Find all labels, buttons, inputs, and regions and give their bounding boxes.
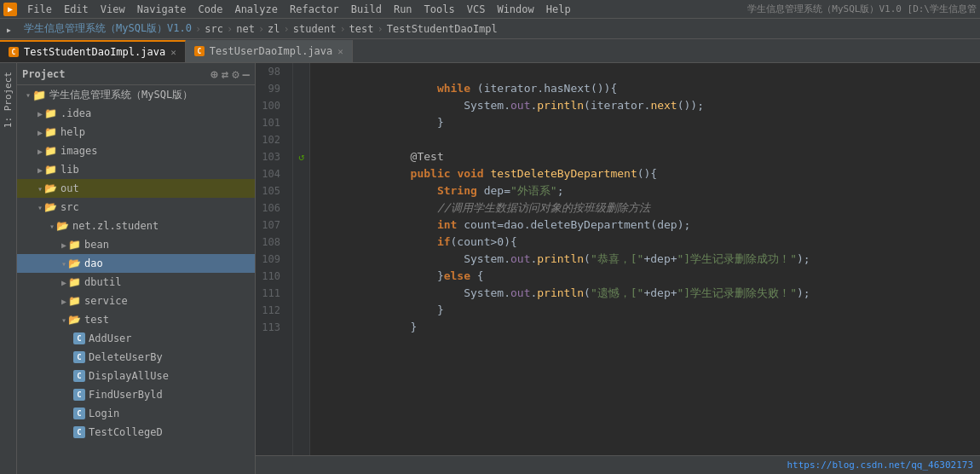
file-deleteuserby-icon: C: [73, 351, 85, 363]
sidebar-label-testcolleged: TestCollegeD: [89, 426, 163, 438]
sidebar-item-dbutil[interactable]: ▶ 📁 dbutil: [17, 273, 255, 292]
gutter-110: [293, 268, 309, 285]
gutter-112: [293, 302, 309, 319]
folder-lib-icon: 📁: [44, 164, 57, 176]
sidebar-item-service[interactable]: ▶ 📁 service: [17, 292, 255, 310]
sidebar-label-login: Login: [89, 408, 119, 419]
folder-dao-icon: 📂: [68, 257, 81, 269]
menu-window[interactable]: Window: [492, 2, 539, 17]
folder-bean-icon: 📁: [68, 239, 81, 251]
sidebar-item-idea[interactable]: ▶ 📁 .idea: [17, 104, 255, 123]
line-num-106: 106: [256, 199, 285, 217]
line-num-109: 109: [256, 251, 285, 268]
status-bar: https://blog.csdn.net/qq_46302173: [256, 455, 980, 474]
breadcrumb-file[interactable]: TestStudentDaoImpl: [387, 23, 498, 35]
menu-build[interactable]: Build: [346, 2, 387, 17]
sidebar-item-bean[interactable]: ▶ 📁 bean: [17, 235, 255, 254]
chevron-down-dao-icon: ▾: [61, 259, 66, 269]
menu-edit[interactable]: Edit: [59, 2, 94, 17]
sidebar-item-finduserbyld[interactable]: C FindUserByld: [17, 385, 255, 404]
vtab-project[interactable]: 1: Project: [1, 66, 15, 133]
line-num-110: 110: [256, 268, 285, 285]
tab-icon-2: C: [194, 46, 205, 56]
app-icon-symbol: ▶: [8, 4, 13, 14]
breadcrumb-bar: ▶ 学生信息管理系统（MySQL版）V1.0 › src › net › zl …: [0, 19, 980, 39]
chevron-right-lib-icon: ▶: [37, 165, 43, 175]
folder-src-icon: 📂: [44, 201, 57, 213]
folder-out-icon: 📂: [44, 182, 57, 194]
sidebar-item-images[interactable]: ▶ 📁 images: [17, 142, 255, 160]
window-title: 学生信息管理系统（MySQL版）V1.0 [D:\学生信息管: [747, 3, 977, 15]
sidebar-label-test: test: [84, 314, 109, 326]
breadcrumb-student[interactable]: student: [293, 23, 337, 35]
sidebar-label-displayalluse: DisplayAllUse: [89, 370, 169, 382]
gutter-108: [293, 234, 309, 251]
menu-navigate[interactable]: Navigate: [132, 2, 192, 17]
app-icon: ▶: [3, 3, 17, 16]
breadcrumb-net[interactable]: net: [236, 23, 255, 35]
file-login-icon: C: [73, 408, 85, 419]
code-content[interactable]: while (iterator.hasNext()){ System.out.p…: [310, 63, 980, 455]
sidebar-item-adduser[interactable]: C AddUser: [17, 329, 255, 348]
sidebar-minimize-btn[interactable]: –: [243, 67, 250, 81]
gutter-103[interactable]: ↺: [293, 148, 309, 165]
folder-test-icon: 📂: [68, 314, 81, 326]
sidebar-item-displayalluse[interactable]: C DisplayAllUse: [17, 367, 255, 385]
sidebar-label-adduser: AddUser: [89, 332, 132, 344]
sidebar-item-testcolleged[interactable]: C TestCollegeD: [17, 423, 255, 442]
tab-test-user-dao-impl[interactable]: C TestUserDaoImpl.java ✕: [186, 40, 353, 62]
menu-file[interactable]: File: [22, 2, 57, 17]
sidebar-label-src: src: [61, 201, 79, 213]
breadcrumb-project[interactable]: 学生信息管理系统（MySQL版）V1.0: [24, 21, 192, 36]
gutter-102: [293, 131, 309, 148]
menu-vcs[interactable]: VCS: [462, 2, 491, 17]
line-num-100: 100: [256, 97, 285, 114]
menu-code[interactable]: Code: [193, 2, 228, 17]
breadcrumb-src[interactable]: src: [205, 23, 223, 35]
menu-help[interactable]: Help: [541, 2, 576, 17]
sidebar-title: Project: [22, 68, 66, 80]
sidebar-item-dao[interactable]: ▾ 📂 dao: [17, 254, 255, 273]
sidebar-item-out[interactable]: ▾ 📂 out: [17, 179, 255, 198]
tab-icon-1: C: [9, 47, 19, 57]
gutter-113: [293, 319, 309, 336]
sidebar-label-out: out: [61, 182, 79, 194]
sidebar-label-help: help: [61, 126, 85, 138]
tab-test-student-dao-impl[interactable]: C TestStudentDaoImpl.java ✕: [0, 40, 186, 62]
menu-tools[interactable]: Tools: [419, 2, 460, 17]
line-num-99: 99: [256, 80, 285, 97]
sidebar-item-login[interactable]: C Login: [17, 404, 255, 423]
sidebar-item-src[interactable]: ▾ 📂 src: [17, 198, 255, 217]
chevron-right-help-icon: ▶: [37, 128, 43, 137]
sidebar-item-deleteuserby[interactable]: C DeleteUserBy: [17, 348, 255, 367]
code-editor[interactable]: 98 99 100 101 102 103 104 105 106 107 10…: [256, 63, 980, 455]
sidebar-sync-btn[interactable]: ⇄: [222, 67, 228, 81]
file-displayalluse-icon: C: [73, 370, 85, 382]
editor-area: 98 99 100 101 102 103 104 105 106 107 10…: [256, 63, 980, 474]
menu-run[interactable]: Run: [389, 2, 418, 17]
sidebar-settings-btn[interactable]: ⚙: [232, 67, 239, 81]
sidebar-item-help[interactable]: ▶ 📁 help: [17, 123, 255, 142]
menu-analyze[interactable]: Analyze: [229, 2, 283, 17]
menu-view[interactable]: View: [95, 2, 130, 17]
chevron-right-images-icon: ▶: [37, 147, 43, 156]
tab-close-1[interactable]: ✕: [170, 47, 176, 58]
main-layout: 1: Project Project ⊕ ⇄ ⚙ – ▾ 📁 学生信息管理系统（…: [0, 63, 980, 474]
code-line-98: while (iterator.hasNext()){: [317, 63, 973, 80]
code-line-102: @Test: [317, 131, 973, 148]
sidebar-item-lib[interactable]: ▶ 📁 lib: [17, 160, 255, 179]
chevron-down-icon: ▾: [26, 90, 31, 100]
sidebar: Project ⊕ ⇄ ⚙ – ▾ 📁 学生信息管理系统（MySQL版） ▶ 📁…: [17, 63, 256, 474]
sidebar-item-test[interactable]: ▾ 📂 test: [17, 310, 255, 329]
menu-refactor[interactable]: Refactor: [285, 2, 344, 17]
breadcrumb-test[interactable]: test: [349, 23, 374, 35]
sidebar-label-finduserbyld: FindUserByld: [89, 389, 163, 401]
breadcrumb-zl[interactable]: zl: [268, 23, 280, 35]
tab-label-2: TestUserDaoImpl.java: [210, 45, 333, 57]
sidebar-add-btn[interactable]: ⊕: [210, 67, 217, 81]
sidebar-item-project-root[interactable]: ▾ 📁 学生信息管理系统（MySQL版）: [17, 85, 255, 104]
status-right[interactable]: https://blog.csdn.net/qq_46302173: [787, 460, 973, 471]
line-num-107: 107: [256, 217, 285, 234]
sidebar-item-net-zl-student[interactable]: ▾ 📂 net.zl.student: [17, 217, 255, 235]
tab-close-2[interactable]: ✕: [337, 46, 343, 57]
